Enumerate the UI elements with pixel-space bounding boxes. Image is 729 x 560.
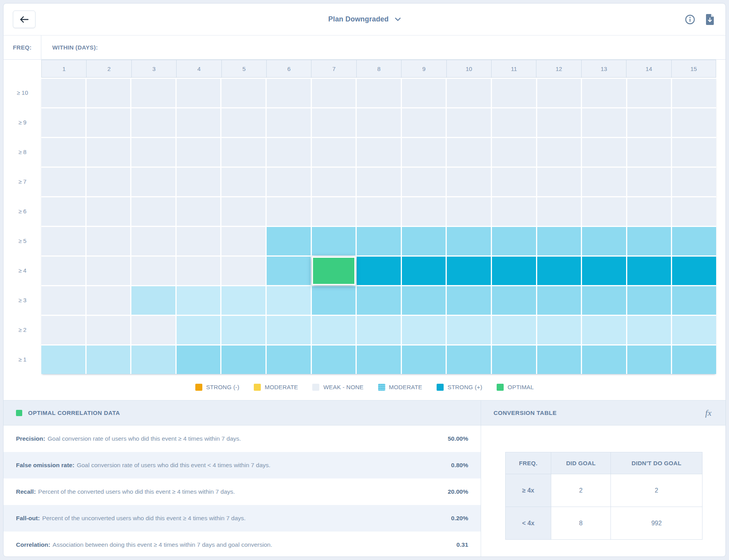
heatmap-cell[interactable]	[447, 138, 491, 167]
heatmap-cell[interactable]	[402, 168, 446, 196]
heatmap-cell[interactable]	[402, 197, 446, 226]
heatmap-cell[interactable]	[267, 286, 311, 315]
heatmap-cell[interactable]	[492, 108, 536, 137]
heatmap-cell[interactable]	[357, 108, 401, 137]
heatmap-cell[interactable]	[177, 286, 221, 315]
heatmap-cell[interactable]	[267, 316, 311, 344]
heatmap-cell[interactable]	[582, 257, 626, 285]
heatmap-cell[interactable]	[357, 227, 401, 255]
heatmap-cell[interactable]	[131, 197, 175, 226]
heatmap-cell[interactable]	[582, 227, 626, 255]
heatmap-cell[interactable]	[492, 227, 536, 255]
heatmap-cell[interactable]	[267, 79, 311, 107]
heatmap-cell[interactable]	[537, 286, 581, 315]
heatmap-cell[interactable]	[402, 316, 446, 344]
heatmap-cell[interactable]	[312, 79, 356, 107]
heatmap-cell[interactable]	[672, 257, 716, 285]
heatmap-cell[interactable]	[312, 227, 356, 255]
heatmap-cell[interactable]	[672, 286, 716, 315]
heatmap-cell[interactable]	[41, 286, 85, 315]
heatmap-cell[interactable]	[312, 197, 356, 226]
heatmap-cell[interactable]	[221, 108, 265, 137]
heatmap-cell[interactable]	[312, 286, 356, 315]
heatmap-cell[interactable]	[267, 108, 311, 137]
heatmap-cell[interactable]	[627, 138, 671, 167]
heatmap-cell[interactable]	[582, 286, 626, 315]
heatmap-cell[interactable]	[447, 316, 491, 344]
heatmap-cell[interactable]	[357, 316, 401, 344]
heatmap-cell[interactable]	[357, 197, 401, 226]
heatmap-cell[interactable]	[267, 227, 311, 255]
heatmap-cell[interactable]	[537, 346, 581, 374]
heatmap-cell[interactable]	[267, 346, 311, 374]
heatmap-cell[interactable]	[402, 227, 446, 255]
heatmap-cell[interactable]	[402, 286, 446, 315]
heatmap-cell[interactable]	[221, 168, 265, 196]
heatmap-cell[interactable]	[447, 197, 491, 226]
heatmap-cell[interactable]	[537, 168, 581, 196]
heatmap-cell[interactable]	[627, 108, 671, 137]
heatmap-cell[interactable]	[87, 257, 131, 285]
heatmap-cell[interactable]	[87, 138, 131, 167]
heatmap-cell[interactable]	[221, 227, 265, 255]
heatmap-cell[interactable]	[492, 79, 536, 107]
heatmap-cell[interactable]	[627, 79, 671, 107]
heatmap-cell[interactable]	[177, 227, 221, 255]
heatmap-cell[interactable]	[221, 79, 265, 107]
heatmap-cell[interactable]	[221, 197, 265, 226]
heatmap-cell[interactable]	[627, 316, 671, 344]
heatmap-cell[interactable]	[447, 286, 491, 315]
heatmap-cell[interactable]	[627, 168, 671, 196]
heatmap-cell[interactable]	[41, 257, 85, 285]
heatmap-cell[interactable]	[87, 316, 131, 344]
heatmap-cell[interactable]	[447, 257, 491, 285]
heatmap-cell[interactable]	[357, 168, 401, 196]
heatmap-cell[interactable]	[177, 316, 221, 344]
heatmap-cell[interactable]	[267, 257, 311, 285]
heatmap-cell[interactable]	[357, 286, 401, 315]
heatmap-cell[interactable]	[627, 286, 671, 315]
heatmap-cell[interactable]	[177, 79, 221, 107]
heatmap-cell[interactable]	[357, 257, 401, 285]
back-button[interactable]	[13, 11, 35, 28]
heatmap-cell[interactable]	[627, 197, 671, 226]
heatmap-cell[interactable]	[537, 108, 581, 137]
heatmap-cell[interactable]	[627, 227, 671, 255]
heatmap-cell[interactable]	[582, 197, 626, 226]
heatmap-cell[interactable]	[41, 108, 85, 137]
heatmap-cell[interactable]	[131, 316, 175, 344]
heatmap-cell[interactable]	[447, 346, 491, 374]
heatmap-cell[interactable]	[582, 138, 626, 167]
heatmap-cell[interactable]	[447, 79, 491, 107]
heatmap-cell[interactable]	[312, 316, 356, 344]
heatmap-cell[interactable]	[492, 316, 536, 344]
heatmap-cell[interactable]	[582, 316, 626, 344]
heatmap-cell[interactable]	[537, 316, 581, 344]
heatmap-cell[interactable]	[87, 168, 131, 196]
heatmap-cell[interactable]	[672, 227, 716, 255]
heatmap-cell[interactable]	[402, 346, 446, 374]
heatmap-cell[interactable]	[87, 227, 131, 255]
info-icon[interactable]	[685, 14, 695, 25]
heatmap-cell[interactable]	[221, 138, 265, 167]
heatmap-cell[interactable]	[267, 168, 311, 196]
heatmap-cell[interactable]	[582, 108, 626, 137]
heatmap-cell[interactable]	[582, 346, 626, 374]
heatmap-cell[interactable]	[177, 168, 221, 196]
heatmap-cell[interactable]	[672, 197, 716, 226]
heatmap-cell[interactable]	[131, 346, 175, 374]
heatmap-cell[interactable]	[41, 197, 85, 226]
heatmap-cell[interactable]	[447, 108, 491, 137]
heatmap-cell[interactable]	[402, 138, 446, 167]
heatmap-cell[interactable]	[221, 316, 265, 344]
heatmap-cell[interactable]	[221, 286, 265, 315]
heatmap-cell[interactable]	[221, 257, 265, 285]
heatmap-cell[interactable]	[41, 346, 85, 374]
heatmap-cell[interactable]	[357, 346, 401, 374]
heatmap-cell[interactable]	[312, 168, 356, 196]
heatmap-cell[interactable]	[492, 346, 536, 374]
download-report-icon[interactable]	[705, 14, 715, 25]
heatmap-cell[interactable]	[87, 197, 131, 226]
heatmap-cell[interactable]	[87, 346, 131, 374]
heatmap-cell[interactable]	[357, 79, 401, 107]
